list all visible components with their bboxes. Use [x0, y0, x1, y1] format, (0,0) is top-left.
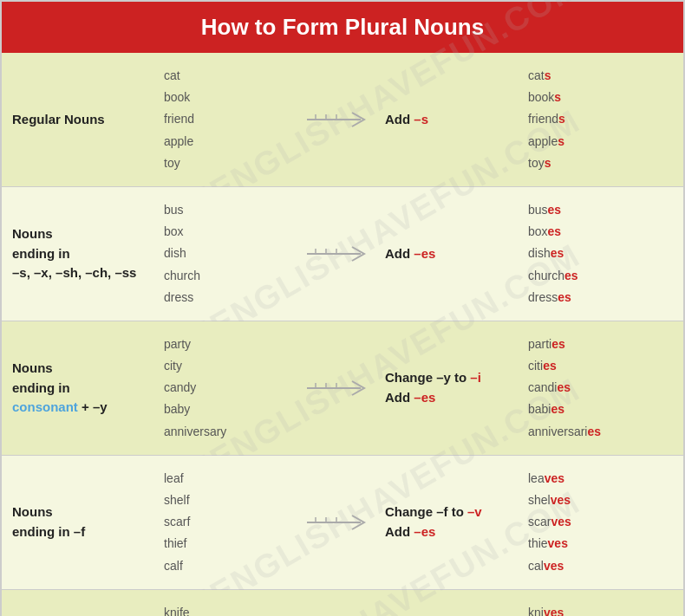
- row-label: Nounsending inconsonant + –y: [12, 359, 164, 418]
- row-label: Nounsending in–s, –x, –sh, –ch, –ss: [12, 224, 164, 283]
- arrow-icon: [298, 242, 385, 266]
- row-words: partycitycandybabyanniversary: [164, 334, 298, 443]
- page-wrapper: How to Form Plural Nouns LEARNENGLISHHAV…: [0, 0, 685, 616]
- row-label: Regular Nouns: [12, 110, 164, 130]
- table-row: LEARNENGLISHHAVEFUN.COMNounsending in –f…: [2, 590, 683, 616]
- page-header: How to Form Plural Nouns: [2, 2, 683, 53]
- table-container: LEARNENGLISHHAVEFUN.COMRegular Nounscatb…: [2, 53, 683, 616]
- table-row: LEARNENGLISHHAVEFUN.COMRegular Nounscatb…: [2, 53, 683, 187]
- table-row: LEARNENGLISHHAVEFUN.COMNounsending in –f…: [2, 456, 683, 590]
- arrow-icon: [298, 510, 385, 535]
- arrow-icon: [298, 376, 385, 400]
- row-rule: Change –f to –vAdd –es: [385, 503, 528, 541]
- table-row: LEARNENGLISHHAVEFUN.COMNounsending in–s,…: [2, 187, 683, 321]
- row-plurals: leavesshelvesscarvesthievescalves: [528, 468, 673, 577]
- row-plurals: kniveswiveslives: [528, 602, 673, 616]
- row-words: catbookfriendappletoy: [164, 65, 298, 174]
- row-plurals: busesboxesdisheschurchesdresses: [528, 199, 673, 308]
- row-words: knifewifelife: [164, 602, 298, 616]
- row-rule: Change –y to –iAdd –es: [385, 368, 528, 407]
- row-words: leafshelfscarfthiefcalf: [164, 468, 298, 577]
- row-words: busboxdishchurchdress: [164, 199, 298, 308]
- row-plurals: catsbooksfriendsapplestoys: [528, 65, 673, 174]
- row-rule: Add –s: [385, 110, 528, 130]
- row-rule: Add –es: [385, 244, 528, 264]
- row-plurals: partiescitiescandiesbabiesanniversaries: [528, 334, 673, 443]
- page-title: How to Form Plural Nouns: [201, 14, 484, 40]
- row-label: Nounsending in –f: [12, 503, 164, 541]
- table-row: LEARNENGLISHHAVEFUN.COMNounsending incon…: [2, 321, 683, 456]
- arrow-icon: [298, 107, 385, 132]
